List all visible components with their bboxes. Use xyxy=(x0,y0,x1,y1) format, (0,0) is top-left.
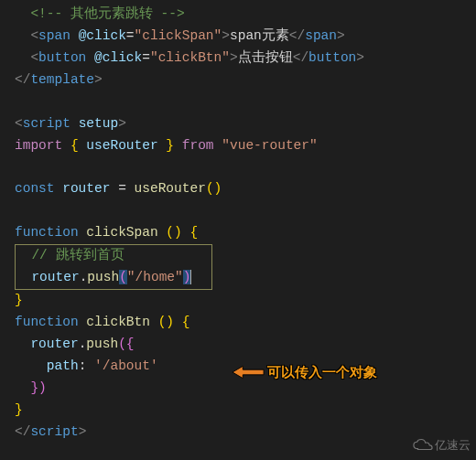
text: span元素 xyxy=(230,28,289,43)
attr: @click xyxy=(94,50,142,65)
cloud-icon xyxy=(413,438,433,451)
blank-line xyxy=(15,200,476,222)
code-line: function clickSpan () { xyxy=(15,222,476,244)
watermark-text: 亿速云 xyxy=(435,435,471,455)
code-line: function clickBtn () { xyxy=(15,312,476,334)
attr: setup xyxy=(79,116,119,131)
kw: import xyxy=(15,138,62,153)
code-line: <button @click="clickBtn">点击按钮</button> xyxy=(15,48,476,70)
tag-name: button xyxy=(38,50,86,65)
fn-name: clickSpan xyxy=(86,225,157,240)
value: '/about' xyxy=(94,358,158,373)
handler: clickBtn xyxy=(158,50,222,65)
code-line: <script setup> xyxy=(15,113,476,135)
var: router xyxy=(62,181,110,196)
attr: @click xyxy=(79,28,126,43)
obj: router xyxy=(31,270,79,284)
code-line: <span @click="clickSpan">span元素</span> xyxy=(15,26,476,48)
blank-line xyxy=(15,91,476,113)
code-line: } xyxy=(15,290,476,312)
key: path xyxy=(47,358,79,373)
blank-line xyxy=(15,156,476,178)
handler: clickSpan xyxy=(142,28,213,43)
annotation-callout: 可以传入一个对象 xyxy=(231,361,377,384)
tag-name: span xyxy=(38,28,70,43)
comment: <!-- 其他元素跳转 --> xyxy=(30,6,184,21)
kw: from xyxy=(182,138,214,153)
kw: function xyxy=(15,315,79,329)
tag-name: script xyxy=(23,116,70,131)
obj: router xyxy=(30,337,78,351)
method: push xyxy=(86,337,118,351)
code-line: const router = useRouter() xyxy=(15,178,476,200)
kw: const xyxy=(15,181,55,196)
module: "vue-router" xyxy=(222,138,317,153)
watermark: 亿速云 xyxy=(413,435,471,455)
annotation-text: 可以传入一个对象 xyxy=(267,361,377,384)
import-item: useRouter xyxy=(86,138,157,153)
tag-close: template xyxy=(30,72,94,87)
comment: // 跳转到首页 xyxy=(31,248,124,262)
arg: "/home" xyxy=(127,270,183,284)
method: push xyxy=(87,270,119,284)
tag-close: script xyxy=(30,424,78,439)
fn-name: clickBtn xyxy=(86,315,150,329)
code-line: router.push({ xyxy=(15,334,476,356)
text: 点击按钮 xyxy=(238,50,293,65)
kw: function xyxy=(15,225,79,240)
code-line: </script> xyxy=(15,422,476,444)
code-line: <!-- 其他元素跳转 --> xyxy=(15,4,476,26)
arrow-left-icon xyxy=(231,364,265,380)
tag-close: span xyxy=(305,28,337,43)
code-line: } xyxy=(15,400,476,422)
tag-close: button xyxy=(308,50,356,65)
fn-call: useRouter xyxy=(135,181,206,196)
code-line: // 跳转到首页 router.push("/home") xyxy=(15,244,476,290)
code-line: import { useRouter } from "vue-router" xyxy=(15,135,476,157)
code-line: </template> xyxy=(15,70,476,91)
